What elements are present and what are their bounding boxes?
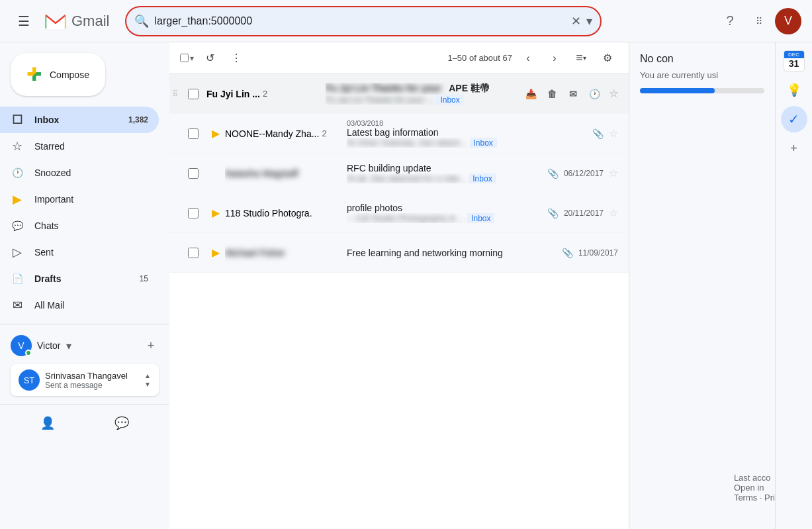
email-select-checkbox-4[interactable] bbox=[188, 208, 199, 218]
search-input[interactable] bbox=[154, 15, 566, 27]
view-options-button[interactable]: ≡ ▾ bbox=[570, 48, 592, 69]
delete-button-1[interactable]: 🗑 bbox=[543, 85, 561, 103]
email-subject-4: profile photos bbox=[347, 203, 536, 213]
topbar-right: ? ⠿ V bbox=[717, 8, 801, 34]
email-select-checkbox-2[interactable] bbox=[188, 128, 199, 139]
snoozed-icon: 🕐 bbox=[11, 168, 24, 178]
email-list: ▾ ↺ ⋮ 1–50 of about 67 ‹ › ≡ ▾ bbox=[169, 42, 629, 529]
email-actions-1: 📥 🗑 ✉ 🕐 bbox=[521, 85, 604, 103]
email-row[interactable]: ⠿ Fu Jyi Lin ... 2 Fu Jyi Lin Thanks for… bbox=[169, 74, 629, 114]
search-bar-inner: 🔍 ✕ ▾ bbox=[125, 6, 602, 36]
sidebar-item-inbox[interactable]: ☐ Inbox 1,382 bbox=[0, 107, 159, 133]
email-star-4[interactable]: ☆ bbox=[609, 207, 618, 219]
email-checkbox-2[interactable] bbox=[180, 114, 206, 153]
compose-button[interactable]: ✚ Compose bbox=[11, 53, 105, 96]
menu-button[interactable]: ☰ bbox=[11, 8, 37, 34]
keep-button[interactable]: 💡 bbox=[781, 77, 807, 103]
calendar-side-button[interactable]: DEC 31 bbox=[781, 48, 807, 74]
important-marker-2: ▶ bbox=[212, 127, 220, 140]
plus-icon: + bbox=[790, 142, 797, 156]
inbox-label: Inbox bbox=[34, 115, 118, 125]
refresh-button[interactable]: ↺ bbox=[199, 48, 220, 69]
select-all-checkbox[interactable] bbox=[180, 54, 189, 62]
chat-expand-icon[interactable]: ▲ ▼ bbox=[144, 372, 151, 388]
email-meta-5: 📎 11/09/2017 bbox=[536, 233, 629, 272]
sidebar-item-allmail[interactable]: ✉ All Mail bbox=[0, 292, 159, 318]
email-date-3: 06/12/2017 bbox=[564, 169, 604, 178]
settings-button[interactable]: ⚙ bbox=[597, 48, 618, 69]
chat-button[interactable]: 💬 bbox=[109, 410, 135, 436]
email-row[interactable]: ▶ 118 Studio Photogra. profile photos --… bbox=[169, 193, 629, 233]
sidebar-item-sent[interactable]: ▷ Sent bbox=[0, 239, 159, 265]
more-options-button[interactable]: ⋮ bbox=[226, 48, 247, 69]
chat-notif-inner[interactable]: ST Srinivasan Thangavel Sent a message ▲… bbox=[11, 364, 159, 396]
sidebar-item-snoozed[interactable]: 🕐 Snoozed bbox=[0, 160, 159, 186]
people-button[interactable]: 👤 bbox=[34, 410, 61, 436]
select-dropdown-icon[interactable]: ▾ bbox=[190, 54, 194, 63]
search-options-icon[interactable]: ▾ bbox=[586, 14, 592, 28]
email-sender-5: Michael Fisher bbox=[225, 233, 344, 272]
allmail-label: All Mail bbox=[34, 300, 148, 311]
archive-button-1[interactable]: 📥 bbox=[521, 85, 540, 103]
mark-unread-button-1[interactable]: ✉ bbox=[564, 85, 582, 103]
drafts-label: Drafts bbox=[34, 273, 129, 284]
email-star-3[interactable]: ☆ bbox=[609, 167, 618, 179]
allmail-icon: ✉ bbox=[11, 298, 24, 313]
apps-button[interactable]: ⠿ bbox=[746, 8, 772, 34]
important-marker-4: ▶ bbox=[212, 207, 220, 219]
snooze-button-1[interactable]: 🕐 bbox=[585, 85, 604, 103]
account-name: Victor bbox=[37, 340, 61, 351]
sidebar-item-important[interactable]: ▶ Important bbox=[0, 186, 159, 213]
list-toolbar: ▾ ↺ ⋮ 1–50 of about 67 ‹ › ≡ ▾ bbox=[169, 42, 629, 74]
account-avatar[interactable]: V bbox=[775, 8, 801, 34]
sidebar-item-starred[interactable]: ☆ Starred bbox=[0, 133, 159, 160]
email-star-2[interactable]: ☆ bbox=[609, 127, 618, 140]
email-select-checkbox-5[interactable] bbox=[188, 248, 199, 258]
email-body-5: Free learning and networking morning bbox=[344, 233, 536, 272]
help-button[interactable]: ? bbox=[717, 8, 743, 34]
email-meta-4: 📎 20/11/2017 ☆ bbox=[536, 193, 629, 232]
sender-name-1: Fu Jyi Lin ... bbox=[206, 89, 260, 99]
sender-name-2: NOONE--Mandy Zha... bbox=[225, 128, 319, 139]
inbox-count: 1,382 bbox=[128, 115, 148, 124]
prev-page-button[interactable]: ‹ bbox=[518, 48, 539, 69]
add-account-button[interactable]: + bbox=[143, 338, 159, 354]
email-select-checkbox-1[interactable] bbox=[188, 89, 199, 99]
sidebar-item-chats[interactable]: 💬 Chats bbox=[0, 213, 159, 239]
sent-icon: ▷ bbox=[11, 245, 24, 260]
chat-notification: ST Srinivasan Thangavel Sent a message ▲… bbox=[0, 361, 169, 399]
search-clear-icon[interactable]: ✕ bbox=[571, 14, 581, 28]
email-checkbox-1[interactable] bbox=[180, 74, 206, 113]
next-page-button[interactable]: › bbox=[544, 48, 565, 69]
email-preview-3: Hi all, See attached for a vide... Inbox bbox=[347, 173, 536, 183]
email-row[interactable]: ▶ Michael Fisher Free learning and netwo… bbox=[169, 233, 629, 273]
starred-icon: ☆ bbox=[11, 139, 24, 154]
email-checkbox-3[interactable] bbox=[180, 154, 206, 193]
account-section[interactable]: V Victor ▾ + bbox=[0, 330, 169, 361]
sidebar-item-drafts[interactable]: 📄 Drafts 15 bbox=[0, 265, 159, 292]
attachment-icon-5: 📎 bbox=[562, 248, 573, 258]
tasks-button[interactable]: ✓ bbox=[781, 106, 807, 132]
email-checkbox-5[interactable] bbox=[180, 233, 206, 272]
select-all-control[interactable]: ▾ bbox=[180, 54, 194, 63]
right-panel: No con You are currently usi Last acco O… bbox=[629, 42, 775, 529]
email-row[interactable]: ▶ Natasha Wagstaff RFC building update H… bbox=[169, 154, 629, 193]
calendar-icon: DEC 31 bbox=[784, 50, 805, 72]
email-star-1[interactable]: ☆ bbox=[609, 87, 618, 100]
email-subject-5: Free learning and networking morning bbox=[347, 248, 536, 258]
add-side-button[interactable]: + bbox=[781, 135, 807, 162]
usage-text: You are currently usi bbox=[640, 70, 764, 80]
attachment-icon-4: 📎 bbox=[547, 208, 559, 218]
email-preview-blurred-4: Hi all, See attached for a vide... bbox=[347, 173, 467, 183]
search-bar: 🔍 ✕ ▾ bbox=[125, 6, 602, 36]
email-subject-2: Latest bag information bbox=[347, 127, 536, 138]
email-row[interactable]: ▶ NOONE--Mandy Zha... 2 03/03/2018 Lates… bbox=[169, 114, 629, 154]
email-body-2: 03/03/2018 Latest bag information Hi Vic… bbox=[344, 114, 536, 153]
calendar-day: 31 bbox=[789, 58, 799, 69]
email-sender-1: Fu Jyi Lin ... 2 bbox=[206, 74, 326, 113]
email-select-checkbox-3[interactable] bbox=[188, 168, 199, 179]
email-checkbox-4[interactable] bbox=[180, 193, 206, 232]
email-important-3: ▶ bbox=[206, 154, 225, 193]
prev-page-icon: ‹ bbox=[526, 52, 529, 64]
email-preview-1: Fu Jyi Lin Thanks for your ... Inbox bbox=[326, 95, 536, 105]
